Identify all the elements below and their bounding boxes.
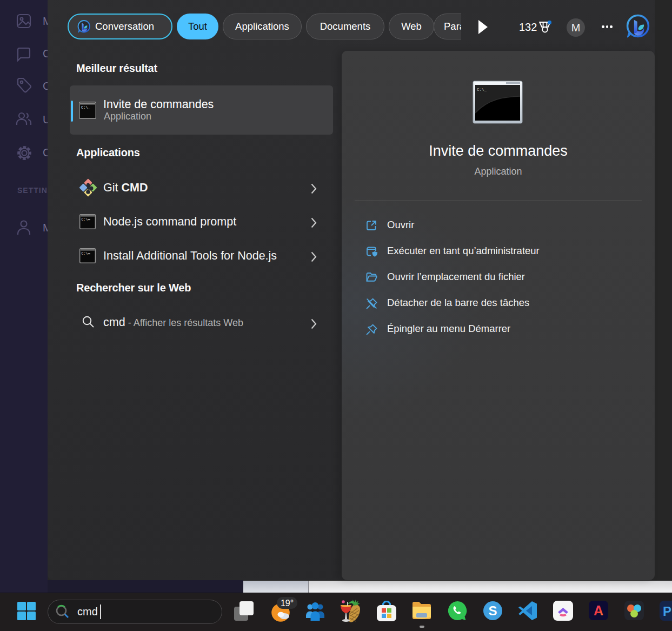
svg-text:S: S xyxy=(488,603,497,618)
svg-text:19°: 19° xyxy=(281,599,294,608)
svg-text:C:\_: C:\_ xyxy=(81,105,91,110)
svg-text:P: P xyxy=(663,604,671,619)
svg-text:A: A xyxy=(594,603,603,618)
